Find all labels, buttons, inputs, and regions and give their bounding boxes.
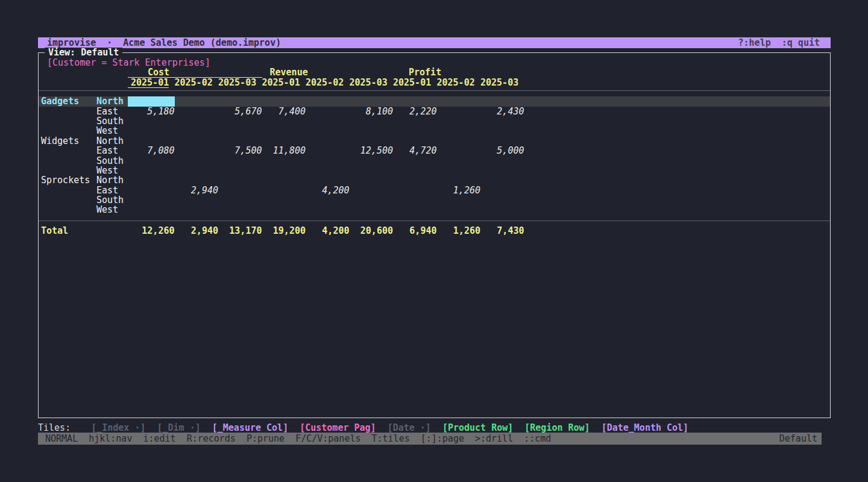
value-cell[interactable] <box>262 175 306 185</box>
measure-group-cost[interactable]: Cost <box>128 67 262 77</box>
value-cell[interactable] <box>350 205 394 214</box>
value-cell[interactable] <box>393 205 437 214</box>
value-cell[interactable] <box>480 136 524 146</box>
tile-customer[interactable]: [Customer Pag] <box>300 422 376 433</box>
value-cell[interactable] <box>306 96 350 106</box>
value-cell[interactable] <box>437 195 481 205</box>
value-cell[interactable] <box>262 126 306 136</box>
value-cell[interactable] <box>306 195 350 205</box>
value-cell[interactable] <box>175 156 219 166</box>
value-cell[interactable]: 5,000 <box>480 146 524 155</box>
value-cell[interactable] <box>306 146 350 155</box>
value-cell[interactable] <box>350 175 394 185</box>
tile-region[interactable]: [Region Row] <box>524 422 590 433</box>
table-row[interactable]: East2,9404,2001,260 <box>39 186 830 195</box>
value-cell[interactable] <box>175 107 219 116</box>
value-cell[interactable] <box>480 175 524 185</box>
value-cell[interactable] <box>131 136 175 146</box>
value-cell[interactable] <box>480 195 524 205</box>
value-cell[interactable] <box>480 96 524 106</box>
value-cell[interactable] <box>437 166 481 175</box>
table-row[interactable]: East5,1805,6707,4008,1002,2202,430 <box>39 107 830 116</box>
value-cell[interactable] <box>393 96 437 106</box>
column-header[interactable]: 2025-03 <box>350 78 394 87</box>
value-cell[interactable] <box>262 166 306 175</box>
value-cell[interactable] <box>306 107 350 116</box>
column-header[interactable]: 2025-01 <box>262 78 306 87</box>
value-cell[interactable] <box>350 96 394 106</box>
value-cell[interactable] <box>218 136 262 146</box>
value-cell[interactable] <box>480 156 524 166</box>
value-cell[interactable] <box>350 186 394 195</box>
table-row[interactable]: West <box>39 126 830 136</box>
value-cell[interactable] <box>437 205 481 214</box>
value-cell[interactable] <box>350 195 394 205</box>
value-cell[interactable] <box>175 126 219 136</box>
column-header[interactable]: 2025-03 <box>218 78 262 87</box>
value-cell[interactable] <box>218 205 262 214</box>
value-cell[interactable] <box>480 205 524 214</box>
value-cell[interactable] <box>437 107 481 116</box>
table-row[interactable]: West <box>39 205 830 214</box>
value-cell[interactable] <box>306 116 350 126</box>
value-cell[interactable] <box>131 116 175 126</box>
value-cell[interactable] <box>350 156 394 166</box>
value-cell[interactable] <box>437 126 481 136</box>
value-cell[interactable] <box>131 195 175 205</box>
table-row[interactable]: South <box>39 195 830 205</box>
value-cell[interactable] <box>350 166 394 175</box>
value-cell[interactable] <box>393 186 437 195</box>
value-cell[interactable] <box>393 126 437 136</box>
value-cell[interactable] <box>218 195 262 205</box>
value-cell[interactable] <box>175 205 219 214</box>
tile-date[interactable]: [Date ·] <box>388 422 431 433</box>
measure-group-revenue[interactable]: Revenue <box>262 67 394 77</box>
value-cell[interactable] <box>350 116 394 126</box>
value-cell[interactable] <box>218 126 262 136</box>
value-cell[interactable]: 11,800 <box>262 146 306 155</box>
value-cell[interactable] <box>262 96 306 106</box>
value-cell[interactable]: 7,500 <box>218 146 262 155</box>
value-cell[interactable] <box>393 195 437 205</box>
table-row[interactable]: South <box>39 116 830 126</box>
value-cell[interactable] <box>437 116 481 126</box>
value-cell[interactable] <box>175 96 219 106</box>
value-cell[interactable]: 4,720 <box>393 146 437 155</box>
value-cell[interactable] <box>306 166 350 175</box>
value-cell[interactable] <box>262 156 306 166</box>
value-cell[interactable] <box>437 146 481 155</box>
value-cell[interactable]: 2,220 <box>393 107 437 116</box>
value-cell[interactable] <box>480 166 524 175</box>
tile-product[interactable]: [Product Row] <box>442 422 513 433</box>
value-cell[interactable]: 7,400 <box>262 107 306 116</box>
value-cell[interactable] <box>350 136 394 146</box>
value-cell[interactable] <box>393 156 437 166</box>
table-row[interactable]: East7,0807,50011,80012,5004,7205,000 <box>39 146 830 155</box>
tile-index[interactable]: [_Index ·] <box>91 422 145 433</box>
value-cell[interactable] <box>175 195 219 205</box>
value-cell[interactable]: 8,100 <box>350 107 394 116</box>
value-cell[interactable] <box>306 136 350 146</box>
value-cell[interactable] <box>262 136 306 146</box>
value-cell[interactable] <box>175 116 219 126</box>
value-cell[interactable]: 7,080 <box>131 146 175 155</box>
column-header[interactable]: 2025-01 <box>393 78 437 87</box>
value-cell[interactable] <box>350 126 394 136</box>
value-cell[interactable]: 4,200 <box>306 186 350 195</box>
value-cell[interactable] <box>218 166 262 175</box>
value-cell[interactable] <box>437 136 481 146</box>
value-cell[interactable] <box>262 186 306 195</box>
value-cell[interactable] <box>131 175 175 185</box>
tile-date_month[interactable]: [Date_Month Col] <box>602 422 689 433</box>
value-cell[interactable] <box>437 96 481 106</box>
value-cell[interactable] <box>131 186 175 195</box>
column-header[interactable]: 2025-02 <box>437 78 481 87</box>
value-cell[interactable] <box>262 205 306 214</box>
value-cell[interactable]: 2,940 <box>175 186 219 195</box>
value-cell[interactable] <box>131 166 175 175</box>
value-cell[interactable] <box>480 116 524 126</box>
value-cell[interactable] <box>131 156 175 166</box>
value-cell[interactable] <box>218 156 262 166</box>
table-row[interactable]: GadgetsNorth <box>39 96 830 106</box>
value-cell[interactable] <box>218 186 262 195</box>
